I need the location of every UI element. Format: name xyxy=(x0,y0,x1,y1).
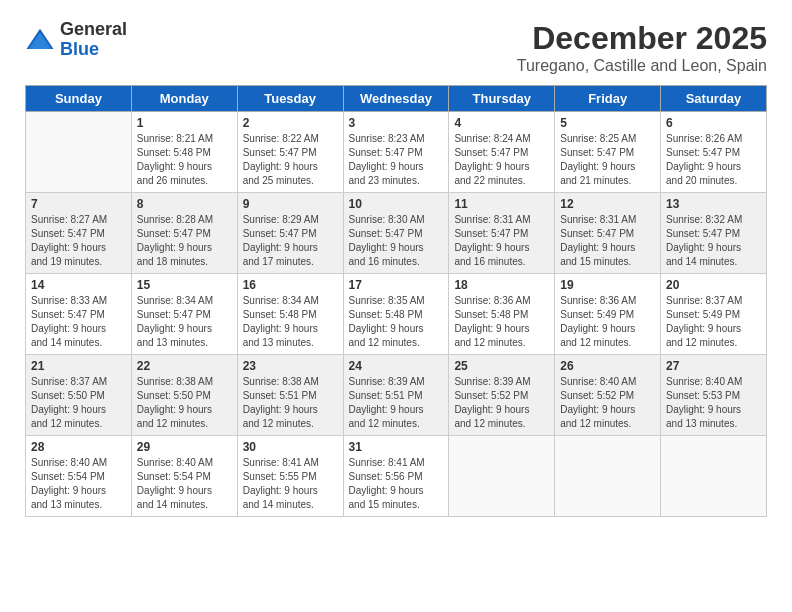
day-content: Sunrise: 8:39 AMSunset: 5:51 PMDaylight:… xyxy=(349,375,444,431)
day-content: Sunrise: 8:40 AMSunset: 5:53 PMDaylight:… xyxy=(666,375,761,431)
calendar-cell: 20Sunrise: 8:37 AMSunset: 5:49 PMDayligh… xyxy=(661,274,767,355)
day-number: 17 xyxy=(349,278,444,292)
calendar-cell xyxy=(555,436,661,517)
calendar-cell: 30Sunrise: 8:41 AMSunset: 5:55 PMDayligh… xyxy=(237,436,343,517)
calendar-cell xyxy=(661,436,767,517)
day-number: 30 xyxy=(243,440,338,454)
day-number: 6 xyxy=(666,116,761,130)
calendar-cell: 29Sunrise: 8:40 AMSunset: 5:54 PMDayligh… xyxy=(131,436,237,517)
day-content: Sunrise: 8:22 AMSunset: 5:47 PMDaylight:… xyxy=(243,132,338,188)
logo-icon xyxy=(25,25,55,55)
day-content: Sunrise: 8:40 AMSunset: 5:52 PMDaylight:… xyxy=(560,375,655,431)
day-content: Sunrise: 8:41 AMSunset: 5:55 PMDaylight:… xyxy=(243,456,338,512)
calendar-cell: 18Sunrise: 8:36 AMSunset: 5:48 PMDayligh… xyxy=(449,274,555,355)
calendar-cell: 31Sunrise: 8:41 AMSunset: 5:56 PMDayligh… xyxy=(343,436,449,517)
calendar-cell: 24Sunrise: 8:39 AMSunset: 5:51 PMDayligh… xyxy=(343,355,449,436)
day-content: Sunrise: 8:30 AMSunset: 5:47 PMDaylight:… xyxy=(349,213,444,269)
day-header-wednesday: Wednesday xyxy=(343,86,449,112)
day-number: 26 xyxy=(560,359,655,373)
main-title: December 2025 xyxy=(517,20,767,57)
header-row: SundayMondayTuesdayWednesdayThursdayFrid… xyxy=(26,86,767,112)
calendar-cell: 22Sunrise: 8:38 AMSunset: 5:50 PMDayligh… xyxy=(131,355,237,436)
subtitle: Turegano, Castille and Leon, Spain xyxy=(517,57,767,75)
calendar-cell: 6Sunrise: 8:26 AMSunset: 5:47 PMDaylight… xyxy=(661,112,767,193)
logo: General Blue xyxy=(25,20,127,60)
day-number: 31 xyxy=(349,440,444,454)
calendar-cell xyxy=(26,112,132,193)
calendar-cell: 9Sunrise: 8:29 AMSunset: 5:47 PMDaylight… xyxy=(237,193,343,274)
day-content: Sunrise: 8:28 AMSunset: 5:47 PMDaylight:… xyxy=(137,213,232,269)
calendar-cell: 1Sunrise: 8:21 AMSunset: 5:48 PMDaylight… xyxy=(131,112,237,193)
day-number: 7 xyxy=(31,197,126,211)
day-content: Sunrise: 8:40 AMSunset: 5:54 PMDaylight:… xyxy=(137,456,232,512)
week-row-1: 7Sunrise: 8:27 AMSunset: 5:47 PMDaylight… xyxy=(26,193,767,274)
day-content: Sunrise: 8:38 AMSunset: 5:50 PMDaylight:… xyxy=(137,375,232,431)
calendar-cell: 26Sunrise: 8:40 AMSunset: 5:52 PMDayligh… xyxy=(555,355,661,436)
calendar-cell: 16Sunrise: 8:34 AMSunset: 5:48 PMDayligh… xyxy=(237,274,343,355)
day-number: 9 xyxy=(243,197,338,211)
day-content: Sunrise: 8:31 AMSunset: 5:47 PMDaylight:… xyxy=(454,213,549,269)
calendar-cell: 7Sunrise: 8:27 AMSunset: 5:47 PMDaylight… xyxy=(26,193,132,274)
day-number: 13 xyxy=(666,197,761,211)
logo-general: General xyxy=(60,20,127,40)
day-header-monday: Monday xyxy=(131,86,237,112)
calendar-cell: 8Sunrise: 8:28 AMSunset: 5:47 PMDaylight… xyxy=(131,193,237,274)
day-number: 28 xyxy=(31,440,126,454)
calendar-cell xyxy=(449,436,555,517)
day-number: 2 xyxy=(243,116,338,130)
calendar-cell: 27Sunrise: 8:40 AMSunset: 5:53 PMDayligh… xyxy=(661,355,767,436)
calendar-cell: 3Sunrise: 8:23 AMSunset: 5:47 PMDaylight… xyxy=(343,112,449,193)
day-number: 23 xyxy=(243,359,338,373)
calendar-cell: 23Sunrise: 8:38 AMSunset: 5:51 PMDayligh… xyxy=(237,355,343,436)
week-row-4: 28Sunrise: 8:40 AMSunset: 5:54 PMDayligh… xyxy=(26,436,767,517)
day-content: Sunrise: 8:32 AMSunset: 5:47 PMDaylight:… xyxy=(666,213,761,269)
day-number: 1 xyxy=(137,116,232,130)
day-number: 5 xyxy=(560,116,655,130)
day-number: 19 xyxy=(560,278,655,292)
day-number: 21 xyxy=(31,359,126,373)
calendar-cell: 12Sunrise: 8:31 AMSunset: 5:47 PMDayligh… xyxy=(555,193,661,274)
logo-text: General Blue xyxy=(60,20,127,60)
calendar-table: SundayMondayTuesdayWednesdayThursdayFrid… xyxy=(25,85,767,517)
day-number: 8 xyxy=(137,197,232,211)
day-content: Sunrise: 8:29 AMSunset: 5:47 PMDaylight:… xyxy=(243,213,338,269)
calendar-cell: 11Sunrise: 8:31 AMSunset: 5:47 PMDayligh… xyxy=(449,193,555,274)
day-number: 14 xyxy=(31,278,126,292)
day-number: 3 xyxy=(349,116,444,130)
day-number: 22 xyxy=(137,359,232,373)
day-content: Sunrise: 8:39 AMSunset: 5:52 PMDaylight:… xyxy=(454,375,549,431)
calendar-cell: 2Sunrise: 8:22 AMSunset: 5:47 PMDaylight… xyxy=(237,112,343,193)
day-number: 20 xyxy=(666,278,761,292)
calendar-cell: 4Sunrise: 8:24 AMSunset: 5:47 PMDaylight… xyxy=(449,112,555,193)
day-number: 4 xyxy=(454,116,549,130)
day-number: 12 xyxy=(560,197,655,211)
day-header-sunday: Sunday xyxy=(26,86,132,112)
calendar-cell: 25Sunrise: 8:39 AMSunset: 5:52 PMDayligh… xyxy=(449,355,555,436)
day-content: Sunrise: 8:36 AMSunset: 5:49 PMDaylight:… xyxy=(560,294,655,350)
day-number: 29 xyxy=(137,440,232,454)
day-number: 11 xyxy=(454,197,549,211)
calendar-cell: 10Sunrise: 8:30 AMSunset: 5:47 PMDayligh… xyxy=(343,193,449,274)
day-number: 15 xyxy=(137,278,232,292)
day-content: Sunrise: 8:21 AMSunset: 5:48 PMDaylight:… xyxy=(137,132,232,188)
logo-blue: Blue xyxy=(60,40,127,60)
day-content: Sunrise: 8:36 AMSunset: 5:48 PMDaylight:… xyxy=(454,294,549,350)
day-content: Sunrise: 8:24 AMSunset: 5:47 PMDaylight:… xyxy=(454,132,549,188)
calendar-cell: 14Sunrise: 8:33 AMSunset: 5:47 PMDayligh… xyxy=(26,274,132,355)
calendar-cell: 5Sunrise: 8:25 AMSunset: 5:47 PMDaylight… xyxy=(555,112,661,193)
day-content: Sunrise: 8:35 AMSunset: 5:48 PMDaylight:… xyxy=(349,294,444,350)
day-content: Sunrise: 8:31 AMSunset: 5:47 PMDaylight:… xyxy=(560,213,655,269)
day-number: 16 xyxy=(243,278,338,292)
day-header-tuesday: Tuesday xyxy=(237,86,343,112)
week-row-0: 1Sunrise: 8:21 AMSunset: 5:48 PMDaylight… xyxy=(26,112,767,193)
calendar-cell: 15Sunrise: 8:34 AMSunset: 5:47 PMDayligh… xyxy=(131,274,237,355)
day-content: Sunrise: 8:41 AMSunset: 5:56 PMDaylight:… xyxy=(349,456,444,512)
day-number: 27 xyxy=(666,359,761,373)
week-row-3: 21Sunrise: 8:37 AMSunset: 5:50 PMDayligh… xyxy=(26,355,767,436)
day-content: Sunrise: 8:25 AMSunset: 5:47 PMDaylight:… xyxy=(560,132,655,188)
day-content: Sunrise: 8:34 AMSunset: 5:48 PMDaylight:… xyxy=(243,294,338,350)
day-number: 18 xyxy=(454,278,549,292)
day-header-saturday: Saturday xyxy=(661,86,767,112)
day-content: Sunrise: 8:37 AMSunset: 5:49 PMDaylight:… xyxy=(666,294,761,350)
title-block: December 2025 Turegano, Castille and Leo… xyxy=(517,20,767,75)
